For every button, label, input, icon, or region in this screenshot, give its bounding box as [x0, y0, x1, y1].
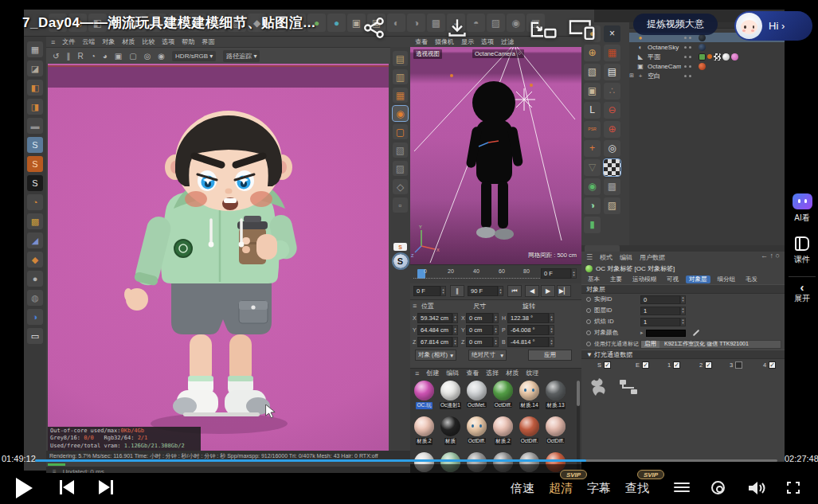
octane-menu-3[interactable]: 材质	[122, 37, 135, 46]
cube-view-icon[interactable]: ▤	[393, 51, 408, 66]
view-label[interactable]: 透视视图	[413, 49, 442, 59]
spinner[interactable]: ▲▼	[680, 318, 686, 326]
goto-start-button[interactable]: ⏮	[507, 285, 522, 297]
material-item[interactable]: Oc漫射1	[439, 381, 462, 416]
material-item[interactable]: OctDiff.	[465, 416, 488, 451]
material-menu-0[interactable]: 创建	[426, 369, 439, 377]
volume-icon[interactable]	[747, 480, 766, 496]
light-channel-E[interactable]: E✓	[636, 361, 649, 369]
menu-icon[interactable]: ≡	[51, 38, 55, 46]
attribute-menu-1[interactable]: 编辑	[620, 253, 632, 262]
keyframe-dot-icon[interactable]	[586, 342, 591, 346]
tab-运动模糊[interactable]: 运动模糊	[629, 275, 659, 283]
spinner[interactable]: ▲▼	[493, 337, 499, 347]
camera-label[interactable]: OctaneCamera ⁘	[472, 49, 524, 58]
add-icon[interactable]: ⊕	[604, 121, 620, 138]
visibility-dots[interactable]	[681, 65, 694, 68]
tool-icon[interactable]: ▩	[427, 14, 445, 32]
material-item[interactable]: OctDiff.	[491, 381, 515, 416]
pick-tool-icon[interactable]: ◉	[393, 106, 408, 121]
layers-icon[interactable]: ▤	[604, 64, 620, 80]
checker-texture-icon[interactable]	[604, 159, 620, 176]
axis-center-icon[interactable]: +	[584, 140, 601, 157]
spinner[interactable]: ▲▼	[493, 325, 499, 335]
octane-tool-icon[interactable]: ◔	[91, 52, 96, 61]
cube-view-icon[interactable]: ▥	[393, 69, 408, 84]
octane-menu-4[interactable]: 比较	[142, 37, 155, 46]
attribute-menu-0[interactable]: 模式	[600, 253, 613, 262]
gem-icon[interactable]: ◆	[27, 252, 43, 268]
material-menu-2[interactable]: 查看	[466, 369, 479, 377]
tab-基本[interactable]: 基本	[585, 275, 603, 283]
model-mode-icon[interactable]: ◪	[27, 61, 43, 76]
instance-id-field[interactable]: 0	[640, 295, 680, 304]
menu-icon[interactable]: ≡	[413, 302, 417, 310]
light-channel-S[interactable]: S✓	[597, 361, 611, 369]
octane-s-logo-icon[interactable]: S	[393, 254, 408, 268]
mini-player-icon[interactable]	[529, 19, 558, 40]
size-z-field[interactable]: 0 cm	[466, 337, 493, 347]
next-video-button[interactable]	[94, 480, 113, 494]
pause-button[interactable]: ∥	[450, 285, 464, 297]
bake-id-field[interactable]: 1	[640, 318, 680, 326]
next-frame-button[interactable]: ▶	[541, 285, 555, 297]
spinner[interactable]: ▲▼	[452, 325, 458, 335]
object-row-空白[interactable]: ⊞+空白	[629, 71, 785, 80]
spinner[interactable]: ▲▼	[549, 325, 554, 335]
camera-viewport[interactable]: Y X Z 透视视图 OctaneCamera ⁘ 网格间距 : 500 cm	[410, 47, 581, 264]
material-menu-1[interactable]: 编辑	[446, 369, 459, 377]
octane-menu-7[interactable]: 界面	[202, 37, 214, 46]
dice-icon[interactable]: ▧	[584, 64, 601, 80]
tab-细分组[interactable]: 细分组	[714, 275, 739, 283]
prev-frame-button[interactable]: ◀	[525, 285, 539, 297]
octane-tool-icon[interactable]: ∥	[66, 52, 70, 61]
subtitles-button[interactable]: 字幕	[587, 481, 611, 496]
recycle-icon[interactable]: ▽	[584, 159, 601, 176]
viewport-menu-4[interactable]: 过滤	[501, 37, 514, 46]
close-icon[interactable]: ×	[604, 25, 620, 42]
sphere-cross-icon[interactable]: ⊕	[584, 45, 601, 61]
visibility-dots[interactable]	[681, 75, 694, 77]
material-item[interactable]: OctDiff.	[544, 416, 567, 451]
camera-icon[interactable]: ◉	[507, 14, 525, 32]
orange-dot-tag-icon[interactable]	[707, 54, 712, 59]
viewport-menu-0[interactable]: 查看	[415, 37, 428, 46]
tool-icon[interactable]: ▨	[487, 14, 505, 32]
sidebar-item-expand[interactable]: ‹ 展开	[787, 282, 817, 304]
settings-icon[interactable]	[711, 481, 725, 494]
wireframe-icon[interactable]: ◍	[27, 290, 43, 306]
divider-icon[interactable]: ▬	[27, 118, 43, 134]
subtract-icon[interactable]: ⊖	[604, 102, 620, 119]
figure-icon[interactable]: ◉	[584, 178, 601, 195]
summarize-video-button[interactable]: 提炼视频大意	[633, 14, 718, 35]
end-frame-field[interactable]: 90 F	[468, 286, 498, 296]
half-sphere-icon[interactable]: ◑	[584, 197, 601, 214]
spinner[interactable]: ▲▼	[549, 337, 554, 347]
visibility-dots[interactable]	[681, 46, 694, 49]
octane-badge-icon[interactable]: S	[27, 156, 43, 172]
play-forward-button[interactable]: ▶▏	[557, 285, 571, 297]
spinner[interactable]: ▲▼	[549, 313, 554, 323]
primitive-icon[interactable]: ●	[327, 14, 346, 32]
weave-icon[interactable]: ▩	[27, 213, 43, 229]
bake-cube-icon[interactable]: ▨	[604, 197, 620, 214]
object-row-OctaneSky[interactable]: ◐OctaneSky	[629, 42, 785, 52]
tab-毛发[interactable]: 毛发	[742, 275, 761, 283]
share-icon[interactable]	[362, 18, 386, 38]
material-menu-5[interactable]: 纹理	[526, 369, 538, 377]
pos-z-field[interactable]: 67.814 cm	[417, 337, 452, 347]
seek-bar[interactable]	[35, 459, 777, 462]
history-nav[interactable]: ← ↑ ○	[761, 252, 780, 260]
enable-button[interactable]: 启用	[641, 341, 659, 348]
sidebar-item-ai-watch[interactable]: AI看	[787, 193, 817, 224]
swirl-icon[interactable]: ◔	[27, 194, 43, 210]
octane-badge-icon[interactable]: S	[27, 137, 43, 153]
light-section-header[interactable]: ▼ 灯光通道数据	[581, 350, 785, 359]
tool-icon[interactable]: ◓	[467, 14, 485, 32]
material-item[interactable]: OC.玩	[413, 381, 436, 416]
size-mode-dropdown[interactable]: 绝对尺寸▾	[468, 350, 507, 361]
tool-icon[interactable]: ◑	[407, 14, 425, 32]
checker-tag-icon[interactable]	[714, 53, 721, 61]
octane-badge-icon[interactable]: S	[27, 175, 43, 191]
material-item[interactable]: 材质.2	[491, 416, 515, 451]
